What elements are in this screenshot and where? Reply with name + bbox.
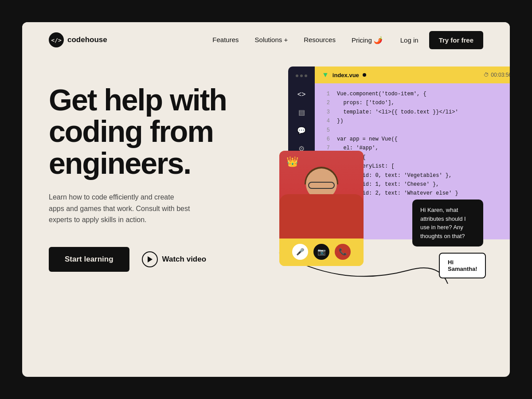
nav-item-pricing[interactable]: Pricing 🌶️ [352,36,383,44]
code-line: 4}) [322,117,510,125]
nav-item-features[interactable]: Features [212,36,239,44]
clock-icon: ⏱ [484,72,489,78]
timer: ⏱ 00:03:56 [484,72,510,78]
hero-section: Get help with coding from engineers. Lea… [22,58,510,359]
dot-2 [300,74,303,77]
mute-button[interactable]: 🎤 [292,244,308,260]
logo[interactable]: </> codehouse [49,32,107,47]
try-for-free-button[interactable]: Try for free [429,31,483,49]
chat-bubble-samantha: Hi Samantha! [439,253,486,278]
nav-link-pricing[interactable]: Pricing 🌶️ [352,36,383,44]
video-controls: 🎤 📷 📞 [279,239,364,266]
nav-right: Log in Try for free [400,31,483,49]
start-learning-button[interactable]: Start learning [49,247,129,272]
nav-item-solutions[interactable]: Solutions + [255,36,288,44]
person-body [279,194,364,239]
code-line: 2 props: ['todo'], [322,98,510,107]
watch-video-button[interactable]: Watch video [142,251,207,267]
window-dots [296,74,307,77]
login-link[interactable]: Log in [400,36,419,44]
video-toggle-button[interactable]: 📷 [313,244,329,260]
hero-title: Get help with coding from engineers. [49,84,266,179]
hero-illustration: <> ▤ 💬 ⚙ ▼ index.vue ⏱ 00:03:56 1Vue.co [266,66,483,332]
nav-link-resources[interactable]: Resources [304,36,336,43]
fire-icon: 🌶️ [374,36,383,44]
play-triangle-icon [148,256,153,262]
code-line: 3 template: '<li>{{ todo.text }}</li>' [322,108,510,117]
chat-bubble-karen: Hi Karen, what attributes should I use i… [412,200,483,246]
nav-link-solutions[interactable]: Solutions + [255,36,288,43]
code-icon[interactable]: <> [297,90,306,98]
comment-icon[interactable]: 💬 [297,126,306,135]
page-wrapper: </> codehouse Features Solutions + Resou… [22,22,510,377]
vue-logo: ▼ [322,71,329,79]
hero-left: Get help with coding from engineers. Lea… [49,66,266,332]
end-call-button[interactable]: 📞 [335,244,351,260]
crown-icon: 👑 [286,156,298,168]
hero-subtitle: Learn how to code efficiently and create… [49,192,191,226]
video-call-card: 👑 🎤 📷 📞 [279,151,364,266]
person-glasses [308,182,335,189]
dot-1 [296,74,298,77]
nav-links: Features Solutions + Resources Pricing 🌶… [212,36,382,44]
code-line: 1Vue.component('todo-item', { [322,90,510,98]
layout-icon[interactable]: ▤ [298,108,305,117]
code-line: 5 [322,126,510,135]
file-status-dot [363,73,366,77]
hero-buttons: Start learning Watch video [49,247,266,272]
play-circle-icon [142,251,158,267]
nav-link-features[interactable]: Features [212,36,239,43]
plus-icon: + [284,36,288,43]
logo-icon: </> [49,32,64,47]
code-line: 6var app = new Vue({ [322,135,510,144]
navbar: </> codehouse Features Solutions + Resou… [22,22,510,58]
code-panel-header: ▼ index.vue ⏱ 00:03:56 [315,66,510,83]
file-name: index.vue [332,72,359,78]
nav-item-resources[interactable]: Resources [304,36,336,44]
dot-3 [305,74,307,77]
